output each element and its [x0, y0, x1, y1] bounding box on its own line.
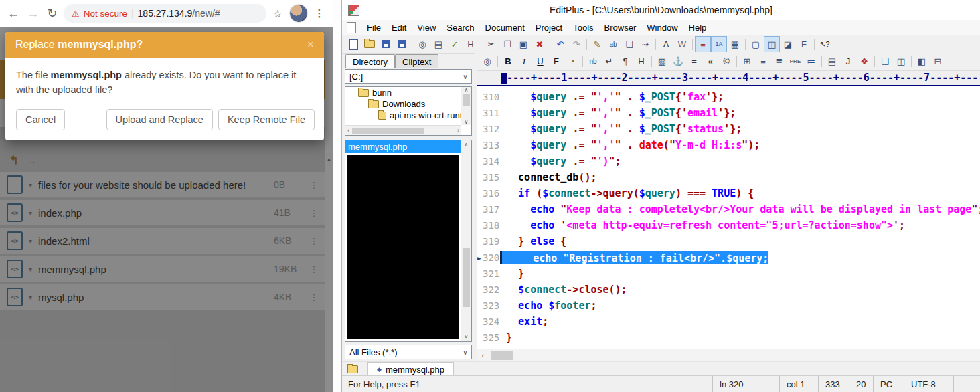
delete-button[interactable]: ✖	[532, 36, 548, 52]
align-center-button[interactable]: ≡	[755, 54, 771, 70]
horizontal-rule-button[interactable]: =	[686, 54, 702, 70]
paste-button[interactable]: ▣	[515, 36, 532, 52]
menu-search[interactable]: Search	[441, 23, 479, 33]
find-next-button[interactable]: ab	[605, 36, 621, 52]
scroll-up-icon[interactable]: ∧	[465, 87, 469, 93]
scrollbar-thumb[interactable]	[352, 128, 424, 134]
browser-preview-button[interactable]: ◎	[479, 54, 495, 70]
menu-document[interactable]: Document	[480, 23, 530, 33]
context-help-button[interactable]: ↖?	[817, 36, 833, 52]
tree-vertical-scrollbar[interactable]: ∧ ∨	[461, 87, 471, 125]
html-document-button[interactable]: H	[463, 36, 479, 52]
scrollbar-thumb[interactable]	[463, 248, 470, 307]
drive-selector[interactable]: [C:] ∨	[345, 69, 472, 84]
menu-browser[interactable]: Browser	[599, 23, 642, 33]
folder-icon[interactable]	[347, 365, 358, 373]
back-button[interactable]: ←	[5, 7, 21, 21]
security-label[interactable]: Not secure	[84, 9, 127, 19]
profile-avatar[interactable]	[289, 4, 308, 23]
save-all-button[interactable]	[394, 36, 410, 52]
menu-help[interactable]: Help	[683, 23, 712, 33]
forward-button[interactable]: →	[25, 7, 41, 21]
tree-horizontal-scrollbar[interactable]: ‹ ›	[345, 125, 461, 135]
dialog-close-icon[interactable]: ×	[307, 38, 314, 52]
scroll-down-icon[interactable]: ∨	[465, 334, 469, 340]
print-button[interactable]: ▤	[430, 36, 446, 52]
menu-tools[interactable]: Tools	[568, 23, 598, 33]
copy-button[interactable]: ❐	[499, 36, 515, 52]
duplicate-line-button[interactable]: ❏	[621, 36, 637, 52]
indent-button[interactable]: ⇢	[637, 36, 653, 52]
scrollbar-thumb[interactable]	[491, 351, 513, 360]
cut-button[interactable]: ✂	[483, 36, 499, 52]
javascript-button[interactable]: J	[840, 54, 856, 70]
list-button[interactable]: ≔	[803, 54, 819, 70]
special-character-button[interactable]: ©	[718, 54, 734, 70]
browser-window-button[interactable]: ◫	[893, 54, 909, 70]
table-button[interactable]: ⊞	[739, 54, 755, 70]
colors-button[interactable]: ❖	[856, 54, 872, 70]
tab-cliptext[interactable]: Cliptext	[395, 54, 438, 68]
scroll-left-icon[interactable]: ‹	[347, 127, 349, 134]
paragraph-button[interactable]: ¶	[617, 54, 633, 70]
window-toggle-button[interactable]: ◫	[764, 36, 780, 52]
spell-check-button[interactable]: ✓	[446, 36, 463, 52]
keep-remote-file-button[interactable]: Keep Remote File	[218, 109, 315, 130]
preformatted-button[interactable]: PRE	[787, 54, 803, 70]
selected-file-item[interactable]: memmysql.php	[345, 140, 461, 153]
heading-button[interactable]: H	[633, 54, 649, 70]
scroll-up-icon[interactable]: ∧	[465, 142, 469, 148]
menu-view[interactable]: View	[412, 23, 441, 33]
split-window-button[interactable]: ⊟	[930, 54, 946, 70]
new-browser-window-button[interactable]: ❏	[877, 54, 893, 70]
line-numbers-button[interactable]: ≡	[695, 36, 711, 52]
document-tab[interactable]: ◆ memmysql.php	[368, 362, 454, 377]
window-browser-button[interactable]: ◪	[780, 36, 796, 52]
tree-item-downloads[interactable]: Downloads	[345, 98, 471, 110]
undo-button[interactable]: ↶	[552, 36, 568, 52]
font-tag-button[interactable]: F	[548, 54, 564, 70]
window-list-button[interactable]: ▢	[748, 36, 764, 52]
bold-button[interactable]: B	[500, 54, 516, 70]
browser-menu-button[interactable]: ⋮	[311, 7, 327, 19]
image-button[interactable]: ▧	[654, 54, 670, 70]
reload-button[interactable]: ↻	[44, 6, 60, 21]
function-list-button[interactable]: F	[796, 36, 812, 52]
date-time-button[interactable]: ◔	[564, 54, 580, 70]
align-right-button[interactable]: ≣	[771, 54, 787, 70]
bookmark-star-icon[interactable]: ☆	[270, 7, 286, 20]
anchor-button[interactable]: ⚓	[670, 54, 686, 70]
upload-and-replace-button[interactable]: Upload and Replace	[106, 109, 213, 130]
font-button[interactable]: A	[658, 36, 674, 52]
menu-project[interactable]: Project	[530, 23, 568, 33]
underline-button[interactable]: U	[532, 54, 548, 70]
new-document-button[interactable]	[345, 36, 361, 52]
open-file-button[interactable]	[361, 36, 378, 52]
menu-window[interactable]: Window	[641, 23, 683, 33]
tab-directory[interactable]: Directory	[345, 54, 395, 68]
comment-button[interactable]: «	[702, 54, 718, 70]
italic-button[interactable]: I	[516, 54, 532, 70]
file-list-scrollbar[interactable]: ∧ ∨	[461, 140, 471, 341]
tree-item-burin[interactable]: burin	[345, 87, 471, 98]
script-button[interactable]: ▤	[824, 54, 840, 70]
document-properties-button[interactable]: ▦	[727, 36, 743, 52]
save-button[interactable]	[378, 36, 394, 52]
scroll-right-icon[interactable]: ›	[457, 127, 459, 134]
scrollbar-thumb[interactable]	[463, 94, 470, 106]
line-break-button[interactable]: ↵	[601, 54, 617, 70]
tree-item-api-ms-win-crt-runtim[interactable]: api-ms-win-crt-runtim	[345, 110, 471, 121]
scroll-left-icon[interactable]: ‹	[477, 352, 489, 359]
sync-scroll-button[interactable]: ◧	[914, 54, 930, 70]
non-breaking-space-button[interactable]: nb	[585, 54, 601, 70]
address-bar[interactable]: ⚠ Not secure | 185.27.134.9/new/#	[64, 4, 266, 23]
scroll-down-icon[interactable]: ∨	[465, 119, 469, 125]
cancel-button[interactable]: Cancel	[16, 109, 65, 130]
chevron-down-icon[interactable]: ∨	[459, 349, 471, 356]
menu-file[interactable]: File	[361, 23, 386, 33]
redo-button[interactable]: ↷	[568, 36, 584, 52]
menu-edit[interactable]: Edit	[386, 23, 412, 33]
code-editor[interactable]: 310 $query .= "','" . $_POST{'fax'};311 …	[477, 86, 980, 349]
word-wrap-button[interactable]: W	[674, 36, 690, 52]
chevron-down-icon[interactable]: ∨	[459, 73, 471, 80]
